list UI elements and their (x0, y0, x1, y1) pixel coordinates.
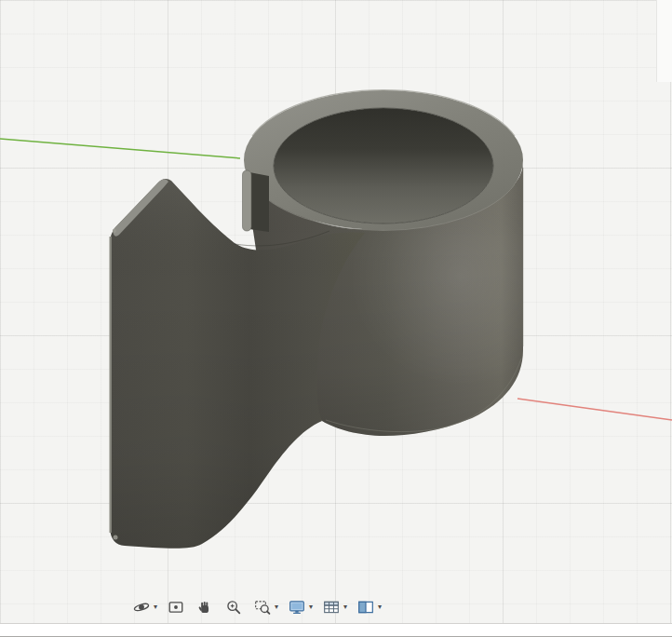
look-at-button[interactable] (165, 596, 187, 618)
model-inner-wall[interactable] (274, 108, 493, 224)
viewport-scene (0, 0, 672, 637)
display-settings-icon (289, 599, 305, 616)
display-settings-dropdown-caret[interactable]: ▾ (308, 596, 314, 618)
axis-line-green (0, 139, 240, 158)
zoom-icon (225, 599, 242, 616)
zoom-window-dropdown-caret[interactable]: ▾ (274, 596, 279, 618)
display-settings-button[interactable] (286, 596, 308, 618)
zoom-window-icon (254, 599, 271, 616)
zoom-window-button[interactable] (251, 596, 274, 618)
grid-and-snaps-button[interactable] (320, 596, 343, 618)
viewports-tool-group: ▾ (355, 596, 383, 618)
grid-and-snaps-tool-group: ▾ (320, 596, 348, 618)
model-clip-body[interactable] (110, 90, 524, 549)
viewports-button[interactable] (355, 596, 377, 618)
look-at-tool-group (165, 596, 187, 618)
zoom-button[interactable] (222, 596, 245, 618)
model-tab-corner-highlight (113, 229, 116, 233)
model-tab-left-edge (110, 237, 112, 533)
pan-button[interactable] (194, 596, 216, 618)
design-canvas[interactable] (0, 0, 672, 637)
grid-icon (323, 599, 340, 616)
zoom-tool-group (222, 596, 245, 618)
model-slot-gap (249, 172, 269, 232)
orbit-dropdown-caret[interactable]: ▾ (153, 596, 158, 618)
look-at-icon (168, 599, 184, 616)
orbit-icon (133, 599, 150, 616)
zoom-window-tool-group: ▾ (251, 596, 279, 618)
bottom-window-strip (0, 623, 672, 637)
display-settings-tool-group: ▾ (286, 596, 314, 618)
model-slot-cut-face[interactable] (243, 170, 252, 231)
grid-and-snaps-dropdown-caret[interactable]: ▾ (343, 596, 348, 618)
orbit-tool-group: ▾ (130, 596, 158, 618)
orbit-button[interactable] (130, 596, 153, 618)
pan-icon (196, 599, 213, 616)
viewports-dropdown-caret[interactable]: ▾ (377, 596, 383, 618)
axis-line-red (517, 399, 672, 420)
scrollbar-track[interactable] (656, 0, 672, 82)
model-tab-tip-highlight (114, 535, 118, 540)
view-navigation-toolbar: ▾▾▾▾▾ (130, 596, 383, 618)
pan-tool-group (194, 596, 216, 618)
viewports-icon (357, 599, 374, 616)
